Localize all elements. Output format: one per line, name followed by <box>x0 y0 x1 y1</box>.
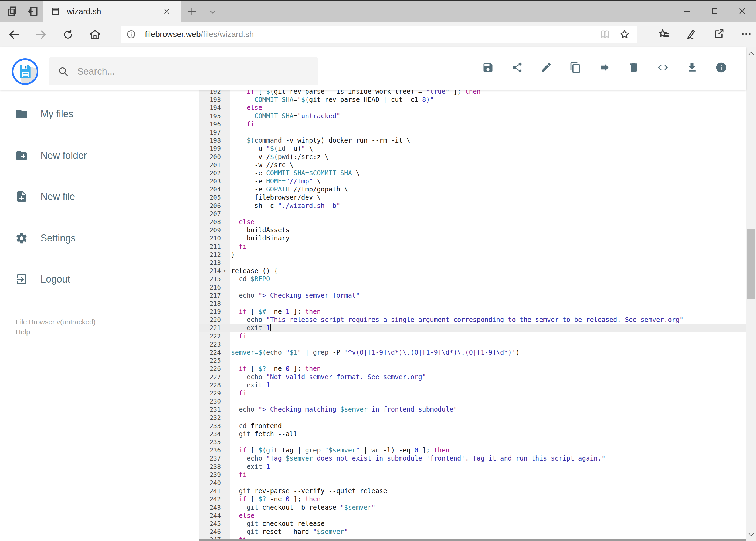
code-line[interactable]: 228 exit 1 <box>199 381 746 389</box>
settings-menu-button[interactable] <box>740 28 752 40</box>
move-button[interactable] <box>599 62 611 74</box>
code-line[interactable]: 220 echo "This release script requires a… <box>199 316 746 324</box>
app-logo[interactable] <box>12 58 38 85</box>
add-favorite-star-icon[interactable] <box>620 29 630 39</box>
code-line[interactable]: 221 exit 1 <box>199 324 746 332</box>
code-line[interactable]: 207 <box>199 210 746 218</box>
window-close-button[interactable] <box>728 1 756 22</box>
raw-code-button[interactable] <box>657 62 669 74</box>
code-editor[interactable]: 192 if [ $(git rev-parse --is-inside-wor… <box>199 88 746 541</box>
sidebar-item-new-folder[interactable]: New folder <box>15 147 87 164</box>
code-line[interactable]: 243 git checkout -b release "$semver" <box>199 503 746 512</box>
download-button[interactable] <box>686 62 698 74</box>
info-button[interactable] <box>715 62 727 74</box>
fold-marker-icon[interactable]: ▾ <box>221 267 228 275</box>
scroll-down-button[interactable] <box>746 529 756 540</box>
code-line[interactable]: 212} <box>199 251 746 259</box>
code-line[interactable]: 234 git fetch --all <box>199 430 746 438</box>
code-line[interactable]: 232 <box>199 414 746 422</box>
code-line[interactable]: 237 echo "Tag $semver does not exist in … <box>199 454 746 462</box>
code-line[interactable]: 195 COMMIT_SHA="untracked" <box>199 112 746 120</box>
code-line[interactable]: 225 <box>199 356 746 365</box>
code-line[interactable]: 201 -w //src \ <box>199 161 746 169</box>
new-tab-button[interactable] <box>186 5 198 18</box>
code-line[interactable]: 240 <box>199 479 746 487</box>
share-button[interactable] <box>511 62 523 74</box>
sidebar-item-my-files[interactable]: My files <box>15 105 74 123</box>
code-line[interactable]: 206 sh -c "./wizard.sh -b" <box>199 202 746 210</box>
code-line[interactable]: 223 <box>199 340 746 348</box>
code-line[interactable]: 209 buildAssets <box>199 226 746 234</box>
code-line[interactable]: 208 else <box>199 218 746 226</box>
code-line[interactable]: 205 filebrowser/dev \ <box>199 194 746 202</box>
code-line[interactable]: 200 -v /$(pwd):/src:z \ <box>199 153 746 161</box>
code-line[interactable]: 235 <box>199 438 746 446</box>
refresh-button[interactable] <box>62 28 75 41</box>
favorites-hub-button[interactable] <box>658 28 670 40</box>
rename-button[interactable] <box>540 62 552 74</box>
code-line[interactable]: 211 fi <box>199 243 746 251</box>
delete-button[interactable] <box>628 62 640 74</box>
site-info-icon[interactable] <box>126 29 136 39</box>
code-line[interactable]: 193 COMMIT_SHA="$(git rev-parse HEAD | c… <box>199 96 746 104</box>
forward-button[interactable] <box>35 28 48 41</box>
sidebar-item-settings[interactable]: Settings <box>15 230 76 247</box>
set-tabs-aside-button[interactable] <box>25 4 41 19</box>
code-line[interactable]: 239 fi <box>199 471 746 479</box>
share-page-button[interactable] <box>713 28 725 40</box>
code-line[interactable]: 219 if [ $# -ne 1 ]; then <box>199 307 746 316</box>
code-line[interactable]: 214▾release () { <box>199 267 746 275</box>
tab-list-dropdown-button[interactable] <box>207 7 218 17</box>
save-button[interactable] <box>482 62 494 74</box>
code-line[interactable]: 244 else <box>199 512 746 520</box>
code-line[interactable]: 196 fi <box>199 120 746 128</box>
code-line[interactable]: 202 -e COMMIT_SHA=$COMMIT_SHA \ <box>199 169 746 177</box>
code-line[interactable]: 242 if [ $? -ne 0 ]; then <box>199 495 746 503</box>
code-line[interactable]: 246 git reset --hard "$semver" <box>199 528 746 536</box>
minimize-button[interactable] <box>673 1 701 22</box>
show-set-aside-tabs-button[interactable] <box>5 4 20 19</box>
code-line[interactable]: 199 -u "$(id -u)" \ <box>199 145 746 153</box>
code-line[interactable]: 222 fi <box>199 332 746 340</box>
reading-view-icon[interactable] <box>600 29 610 40</box>
code-line[interactable]: 198 $(command -v winpty) docker run --rm… <box>199 136 746 145</box>
code-line[interactable]: 218 <box>199 299 746 307</box>
code-line[interactable]: 231 echo "> Checking matching $semver in… <box>199 405 746 413</box>
url-text[interactable]: filebrowser.web/files/wizard.sh <box>145 30 254 39</box>
code-line[interactable]: 203 -e HOME="//tmp" \ <box>199 177 746 185</box>
code-line[interactable]: 226 if [ $? -ne 0 ]; then <box>199 365 746 373</box>
active-tab[interactable]: wizard.sh <box>43 1 181 22</box>
sidebar-item-logout[interactable]: Logout <box>15 270 70 288</box>
code-line[interactable]: 236 if [ $(git tag | grep "$semver" | wc… <box>199 446 746 454</box>
code-line[interactable]: 197 <box>199 128 746 136</box>
code-line[interactable]: 210 buildBinary <box>199 234 746 242</box>
code-line[interactable]: 238 exit 1 <box>199 463 746 471</box>
address-bar[interactable]: filebrowser.web/files/wizard.sh <box>121 26 637 43</box>
code-line[interactable]: 213 <box>199 259 746 267</box>
sidebar-item-new-file[interactable]: New file <box>15 188 75 205</box>
tab-close-button[interactable] <box>162 7 171 16</box>
home-button[interactable] <box>89 28 102 41</box>
code-line[interactable]: 245 git checkout release <box>199 520 746 528</box>
copy-button[interactable] <box>570 62 581 74</box>
scrollbar-thumb[interactable] <box>747 229 755 299</box>
search-input[interactable] <box>77 66 294 77</box>
search-bar[interactable] <box>49 57 319 85</box>
back-button[interactable] <box>8 28 21 41</box>
code-line[interactable]: 241 git rev-parse --verify --quiet relea… <box>199 487 746 495</box>
code-line[interactable]: 224semver=$(echo "$1" | grep -P '^v(0|[1… <box>199 348 746 356</box>
code-line[interactable]: 227 echo "Not valid semver format. See s… <box>199 373 746 381</box>
horizontal-scrollbar[interactable] <box>199 539 746 541</box>
code-line[interactable]: 229 fi <box>199 389 746 397</box>
vertical-scrollbar[interactable] <box>746 47 756 541</box>
code-line[interactable]: 233 cd frontend <box>199 422 746 430</box>
web-note-button[interactable] <box>685 28 697 40</box>
code-line[interactable]: 215 cd $REPO <box>199 275 746 283</box>
help-link[interactable]: Help <box>16 328 30 336</box>
code-line[interactable]: 194 else <box>199 104 746 112</box>
code-line[interactable]: 216 <box>199 283 746 291</box>
code-line[interactable]: 230 <box>199 397 746 405</box>
maximize-button[interactable] <box>701 1 728 22</box>
scroll-up-button[interactable] <box>746 48 756 59</box>
code-line[interactable]: 204 -e GOPATH=//tmp/gopath \ <box>199 185 746 194</box>
